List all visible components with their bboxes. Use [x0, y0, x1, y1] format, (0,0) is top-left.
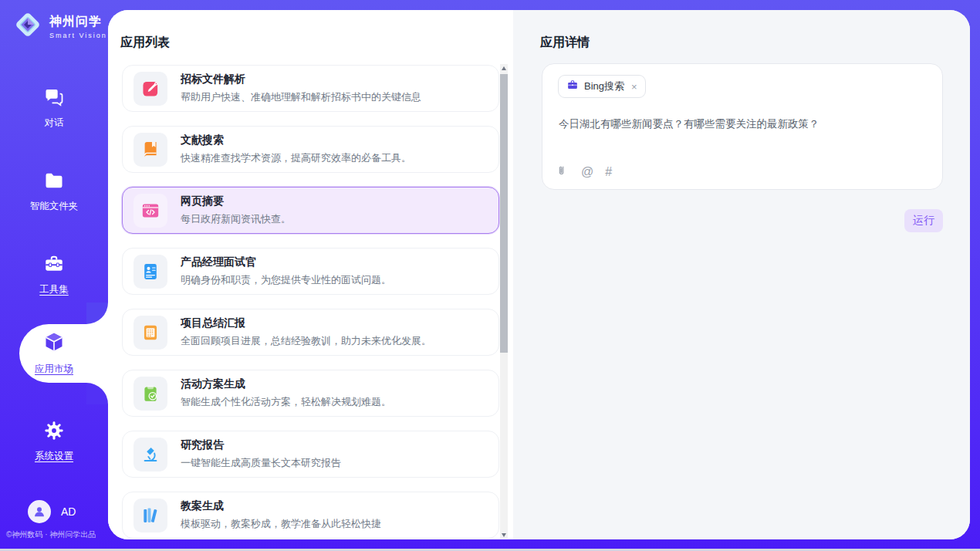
- app-card[interactable]: 研究报告 一键智能生成高质量长文本研究报告: [122, 431, 499, 478]
- app-card[interactable]: 活动方案生成 智能生成个性化活动方案，轻松解决规划难题。: [122, 370, 499, 417]
- books-icon: [133, 499, 167, 532]
- main-panel: 应用列表 招标文件解析 帮助用户快速、准确地理解和解析招标书中的关键信息 文献搜…: [108, 10, 970, 539]
- sidebar-item-label: 对话: [45, 117, 64, 130]
- paperclip-icon[interactable]: [556, 164, 569, 180]
- prompt-card: Bing搜索 × 今日湖北有哪些新闻要点？有哪些需要关注的最新政策？ @ #: [542, 63, 943, 190]
- at-mention-icon[interactable]: @: [581, 166, 593, 178]
- app-detail-title: 应用详情: [540, 35, 590, 51]
- scrollbar-thumb[interactable]: [500, 74, 508, 353]
- sidebar-item-toolset[interactable]: 工具集: [0, 250, 108, 299]
- chip-close-icon[interactable]: ×: [631, 81, 637, 93]
- briefcase-icon: [566, 79, 579, 94]
- bubble-corner-top: [86, 303, 108, 324]
- app-card[interactable]: 项目总结汇报 全面回顾项目进展，总结经验教训，助力未来优化发展。: [122, 309, 499, 356]
- app-list-section: 应用列表 招标文件解析 帮助用户快速、准确地理解和解析招标书中的关键信息 文献搜…: [108, 10, 513, 539]
- book-icon: [133, 133, 167, 167]
- sidebar-item-label: 应用市场: [35, 363, 73, 376]
- query-input[interactable]: 今日湖北有哪些新闻要点？有哪些需要关注的最新政策？: [559, 117, 921, 132]
- sidebar-item-chat[interactable]: 对话: [0, 83, 108, 133]
- input-toolbar: @ #: [556, 164, 612, 180]
- app-card[interactable]: 教案生成 模板驱动，教案秒成，教学准备从此轻松快捷: [122, 492, 499, 539]
- scroll-up-button[interactable]: [500, 64, 508, 72]
- cube-icon: [42, 331, 66, 357]
- app-list: 招标文件解析 帮助用户快速、准确地理解和解析招标书中的关键信息 文献搜索 快速精…: [122, 65, 499, 539]
- toolbox-icon: [43, 253, 65, 278]
- scrollbar[interactable]: [500, 64, 508, 539]
- app-card[interactable]: 产品经理面试官 明确身份和职责，为您提供专业性的面试问题。: [122, 248, 499, 295]
- sidebar-item-label: 系统设置: [35, 450, 73, 463]
- user-initials: AD: [61, 505, 76, 518]
- sidebar-item-settings[interactable]: 系统设置: [0, 417, 108, 466]
- tool-chip-label: Bing搜索: [584, 79, 624, 93]
- memo-icon: [133, 316, 167, 350]
- tool-chip-bing-search[interactable]: Bing搜索 ×: [558, 75, 646, 98]
- app-list-title: 应用列表: [120, 35, 170, 51]
- brand-gem-icon: [12, 9, 43, 43]
- browser-code-icon: [133, 194, 167, 228]
- folder-icon: [43, 170, 65, 194]
- app-detail-section: 应用详情 Bing搜索 × 今日湖北有哪些新闻要点？有哪些需要关注的最新政策？: [513, 10, 970, 539]
- brand-name: 神州问学: [49, 14, 107, 30]
- user-account[interactable]: AD: [28, 500, 76, 523]
- gear-icon: [43, 420, 65, 445]
- sidebar-item-app-market[interactable]: 应用市场: [0, 329, 108, 378]
- app-card[interactable]: 招标文件解析 帮助用户快速、准确地理解和解析招标书中的关键信息: [122, 65, 499, 112]
- brand-tagline: Smart Vision: [49, 32, 107, 39]
- hash-icon[interactable]: #: [605, 166, 612, 178]
- run-button[interactable]: 运行: [904, 209, 943, 232]
- sidebar-item-label: 智能文件夹: [30, 200, 79, 213]
- chat-icon: [43, 86, 65, 111]
- scroll-down-button[interactable]: [500, 531, 508, 539]
- sidebar: 神州问学 Smart Vision 对话 智能文件夹: [0, 0, 108, 551]
- bubble-corner-bottom: [86, 383, 108, 404]
- avatar: [28, 500, 51, 523]
- brand: 神州问学 Smart Vision: [12, 9, 107, 43]
- resume-icon: [133, 255, 167, 289]
- sidebar-item-label: 工具集: [39, 283, 69, 296]
- microscope-icon: [133, 438, 167, 472]
- app-card[interactable]: 网页摘要 每日政府新闻资讯快查。: [122, 187, 499, 234]
- edit-document-icon: [133, 72, 167, 106]
- clipboard-check-icon: [133, 377, 167, 411]
- copyright-footer: ©神州数码 · 神州问学出品: [6, 529, 96, 540]
- app-card[interactable]: 文献搜索 快速精准查找学术资源，提高研究效率的必备工具。: [122, 126, 499, 173]
- sidebar-item-smart-folder[interactable]: 智能文件夹: [0, 167, 108, 216]
